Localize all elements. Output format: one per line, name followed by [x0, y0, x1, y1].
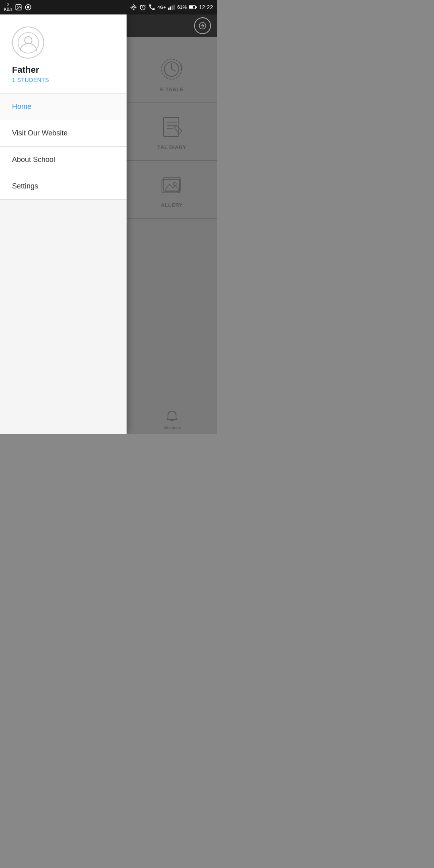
image-icon — [15, 4, 22, 11]
svg-point-26 — [173, 182, 176, 186]
timetable-icon — [158, 55, 186, 83]
alarm-icon — [139, 4, 146, 11]
battery-icon — [189, 5, 197, 10]
user-name: Father — [12, 65, 115, 75]
svg-point-15 — [25, 36, 32, 43]
app-grid: E TABLE TAL DIARY — [127, 37, 217, 404]
svg-point-4 — [133, 6, 135, 8]
svg-rect-8 — [170, 6, 171, 10]
svg-rect-10 — [173, 5, 175, 10]
drawer-menu: Home Visit Our Website About School Sett… — [0, 94, 127, 434]
signal-icon — [168, 4, 175, 10]
navigation-drawer: Father 1 STUDENTS Home Visit Our Website… — [0, 14, 127, 434]
status-bar: 2 KB/s 4G+ — [0, 0, 217, 14]
logout-icon — [198, 21, 207, 30]
svg-rect-13 — [196, 6, 197, 8]
status-left: 2 KB/s — [4, 2, 32, 12]
student-count: 1 STUDENTS — [12, 77, 115, 83]
avatar-image — [17, 32, 39, 54]
svg-rect-12 — [189, 6, 193, 9]
svg-point-14 — [18, 32, 38, 53]
svg-point-1 — [17, 6, 18, 6]
svg-point-3 — [27, 6, 29, 8]
svg-point-5 — [131, 5, 136, 10]
circle-dot-icon — [25, 4, 32, 11]
svg-rect-7 — [168, 8, 170, 10]
app-panel: E TABLE TAL DIARY — [127, 14, 217, 434]
speed-indicator: 2 KB/s — [4, 2, 12, 12]
svg-rect-25 — [164, 178, 180, 191]
diary-label: TAL DIARY — [157, 144, 186, 150]
phone-icon — [148, 4, 156, 11]
main-container: Father 1 STUDENTS Home Visit Our Website… — [0, 14, 217, 434]
menu-item-settings[interactable]: Settings — [0, 173, 127, 200]
menu-item-home[interactable]: Home — [0, 94, 127, 120]
logout-button[interactable] — [194, 17, 211, 34]
grid-item-timetable[interactable]: E TABLE — [127, 45, 217, 103]
network-label: 4G+ — [158, 5, 166, 10]
notification-icon[interactable] — [164, 408, 180, 424]
avatar — [12, 27, 44, 59]
drawer-header: Father 1 STUDENTS — [0, 14, 127, 94]
svg-rect-9 — [172, 6, 173, 10]
app-top-bar — [127, 14, 217, 37]
menu-item-website[interactable]: Visit Our Website — [0, 120, 127, 147]
menu-item-about[interactable]: About School — [0, 147, 127, 173]
timetable-label: E TABLE — [160, 86, 183, 92]
gallery-icon — [158, 171, 186, 199]
grid-item-gallery[interactable]: ALLERY — [127, 161, 217, 219]
svg-rect-19 — [164, 117, 179, 137]
time-display: 12:22 — [199, 4, 213, 10]
notifications-label: tifications — [163, 425, 181, 430]
svg-rect-24 — [162, 179, 180, 193]
battery-percentage: 61% — [177, 4, 187, 10]
status-right: 4G+ 61% 12:22 — [130, 4, 213, 11]
bottom-bar: tifications — [127, 404, 217, 434]
gps-icon — [130, 4, 137, 11]
grid-item-diary[interactable]: TAL DIARY — [127, 103, 217, 161]
gallery-label: ALLERY — [161, 202, 183, 208]
diary-icon — [158, 113, 186, 141]
